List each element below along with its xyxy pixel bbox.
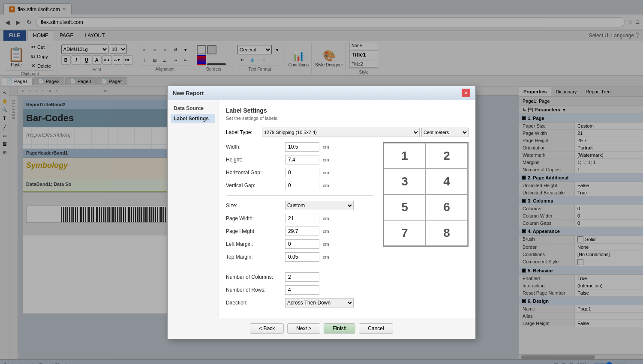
modal-footer: < Back Next > Finish Cancel — [168, 318, 475, 339]
label-cell-2: 2 — [426, 143, 468, 169]
height-unit: cm — [323, 157, 331, 162]
modal-form-left: Width: cm Height: cm Horizontal Gap: — [226, 142, 374, 311]
label-cell-3: 3 — [384, 169, 426, 194]
num-rows-input[interactable] — [285, 285, 319, 295]
sidebar-label-settings[interactable]: Label Settings — [171, 114, 215, 123]
num-cols-label: Number of Columns: — [226, 274, 282, 280]
new-report-modal: New Report ✕ Data Source Label Settings … — [167, 86, 476, 339]
direction-label: Direction: — [226, 300, 282, 306]
form-row-left-margin: Left Margin: cm — [226, 239, 374, 249]
height-label: Height: — [226, 157, 282, 163]
h-gap-label: Horizontal Gap: — [226, 170, 282, 176]
h-gap-unit: cm — [323, 170, 331, 175]
modal-divider-1 — [226, 195, 374, 196]
form-row-size: Size: Custom — [226, 201, 374, 210]
label-cell-4: 4 — [426, 169, 468, 194]
label-type-label: Label Type: — [226, 129, 260, 135]
label-cell-1: 1 — [384, 143, 426, 169]
top-margin-label: Top Margin: — [226, 254, 282, 260]
left-margin-input[interactable] — [285, 239, 319, 249]
direction-select[interactable]: Across Then Down — [285, 298, 354, 307]
page-width-input[interactable] — [285, 214, 319, 223]
label-type-select[interactable]: 1279 Shipping (10.5x7.4) — [262, 128, 420, 137]
form-row-page-width: Page Width: cm — [226, 214, 374, 223]
v-gap-label: Vertical Gap: — [226, 182, 282, 188]
h-gap-input[interactable] — [285, 168, 319, 177]
top-margin-input[interactable] — [285, 252, 319, 262]
label-cell-5: 5 — [384, 194, 426, 220]
modal-overlay: New Report ✕ Data Source Label Settings … — [0, 0, 643, 364]
page-height-unit: cm — [323, 229, 331, 234]
size-select[interactable]: Custom — [285, 201, 354, 210]
top-margin-unit: cm — [323, 254, 331, 260]
modal-body: Data Source Label Settings Label Setting… — [168, 100, 475, 318]
width-unit: cm — [323, 144, 331, 149]
modal-form: Width: cm Height: cm Horizontal Gap: — [226, 142, 469, 311]
modal-section-sub: Set the settings of labels. — [226, 116, 469, 121]
form-row-height: Height: cm — [226, 155, 374, 164]
modal-section-title: Label Settings — [226, 107, 469, 114]
v-gap-unit: cm — [323, 183, 331, 188]
modal-divider-2 — [226, 267, 374, 267]
modal-sidebar: Data Source Label Settings — [168, 100, 219, 318]
page-height-input[interactable] — [285, 227, 319, 236]
label-cell-7: 7 — [384, 220, 426, 246]
form-row-top-margin: Top Margin: cm — [226, 252, 374, 262]
sidebar-data-source[interactable]: Data Source — [171, 104, 215, 113]
num-cols-input[interactable] — [285, 272, 319, 282]
form-row-page-height: Page Height: cm — [226, 227, 374, 236]
next-btn[interactable]: Next > — [287, 323, 320, 334]
width-label: Width: — [226, 144, 282, 150]
form-row-width: Width: cm — [226, 142, 374, 152]
modal-title: New Report — [173, 90, 204, 96]
label-type-row: Label Type: 1279 Shipping (10.5x7.4) Cen… — [226, 128, 469, 137]
page-width-unit: cm — [323, 216, 331, 221]
label-preview: 1 2 3 4 5 6 7 8 — [383, 142, 469, 311]
modal-close-btn[interactable]: ✕ — [462, 89, 470, 97]
label-cell-6: 6 — [426, 194, 468, 220]
modal-main: Label Settings Set the settings of label… — [219, 100, 475, 318]
form-row-num-cols: Number of Columns: — [226, 272, 374, 282]
form-row-direction: Direction: Across Then Down — [226, 298, 374, 307]
v-gap-input[interactable] — [285, 181, 319, 190]
label-grid: 1 2 3 4 5 6 7 8 — [383, 142, 469, 247]
height-input[interactable] — [285, 155, 319, 164]
form-row-h-gap: Horizontal Gap: cm — [226, 168, 374, 177]
form-row-num-rows: Number of Rows: — [226, 285, 374, 295]
left-margin-unit: cm — [323, 242, 331, 247]
modal-header: New Report ✕ — [168, 86, 475, 100]
cancel-btn[interactable]: Cancel — [359, 323, 393, 334]
page-height-label: Page Height: — [226, 228, 282, 234]
page-width-label: Page Width: — [226, 215, 282, 221]
finish-btn[interactable]: Finish — [324, 323, 355, 334]
back-btn[interactable]: < Back — [250, 323, 284, 334]
left-margin-label: Left Margin: — [226, 241, 282, 247]
label-cell-8: 8 — [426, 220, 468, 246]
width-input[interactable] — [285, 142, 319, 152]
form-row-v-gap: Vertical Gap: cm — [226, 181, 374, 190]
size-label: Size: — [226, 203, 282, 209]
label-unit-select[interactable]: Centimeters — [421, 128, 469, 137]
num-rows-label: Number of Rows: — [226, 287, 282, 293]
